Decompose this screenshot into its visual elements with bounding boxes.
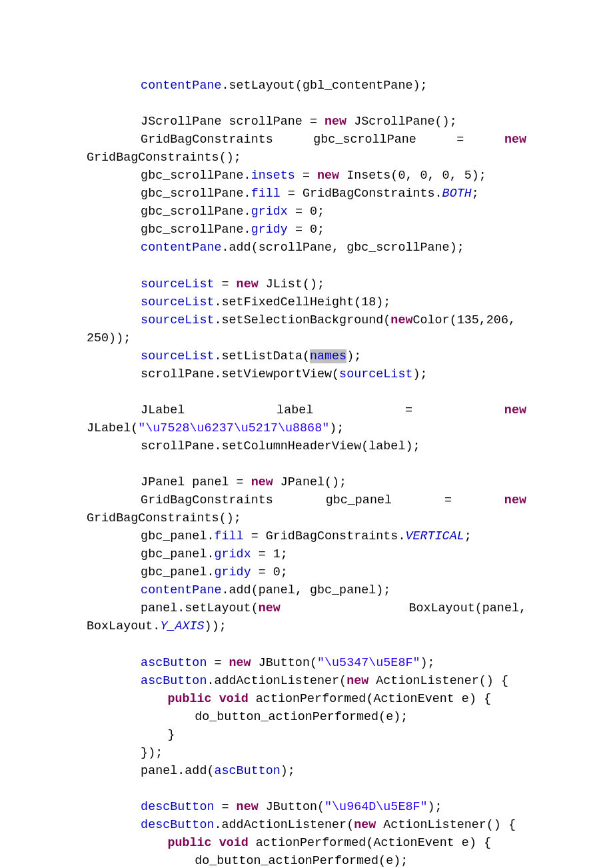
blank-line (87, 780, 526, 798)
field-ref: sourceList (141, 295, 214, 309)
code-line: gbc_panel.gridx = 1; (87, 545, 526, 563)
code-line: GridBagConstraints gbc_panel = new (87, 491, 526, 509)
blank-line (87, 383, 526, 401)
highlighted-ref: names (310, 349, 346, 363)
field-ref: fill (251, 187, 281, 201)
field-ref: gridy (214, 565, 251, 579)
code-line: JLabel label = new (87, 401, 526, 419)
code-line: ascButton.addActionListener(new ActionLi… (87, 672, 526, 690)
keyword-new: new (504, 493, 526, 507)
keyword-new: new (324, 115, 346, 129)
keyword-public-void: public void (167, 836, 248, 850)
keyword-new: new (237, 277, 259, 291)
code-line: gbc_panel.fill = GridBagConstraints.VERT… (87, 527, 526, 545)
code-line: 250)); (87, 329, 526, 347)
code-line: JPanel panel = new JPanel(); (87, 473, 526, 491)
field-ref: ascButton (141, 656, 207, 670)
code-line: BoxLayout.Y_AXIS)); (87, 617, 526, 635)
field-ref: descButton (141, 818, 214, 832)
code-line: GridBagConstraints(); (87, 509, 526, 527)
constant-ref: Y_AXIS (160, 619, 204, 633)
keyword-new: new (237, 800, 259, 814)
string-literal: "\u5347\u5E8F" (317, 656, 420, 670)
field-ref: insets (251, 169, 295, 183)
code-line: descButton = new JButton("\u964D\u5E8F")… (87, 798, 526, 816)
code-block: contentPane.setLayout(gbl_contentPane); … (0, 0, 613, 868)
field-ref: gridx (214, 547, 251, 561)
code-line: sourceList = new JList(); (87, 275, 526, 293)
code-line: GridBagConstraints(); (87, 149, 526, 167)
field-ref: sourceList (141, 349, 214, 363)
code-line: public void actionPerformed(ActionEvent … (87, 690, 526, 708)
field-ref: contentPane (141, 241, 221, 255)
keyword-public-void: public void (167, 692, 248, 706)
field-ref: sourceList (141, 277, 214, 291)
field-ref: ascButton (214, 764, 280, 778)
keyword-new: new (504, 133, 526, 147)
code-line: scrollPane.setColumnHeaderView(label); (87, 437, 526, 455)
code-line: scrollPane.setViewportView(sourceList); (87, 365, 526, 383)
keyword-new: new (229, 656, 251, 670)
keyword-new: new (317, 169, 339, 183)
string-literal: "\u7528\u6237\u5217\u8868" (138, 421, 329, 435)
keyword-new: new (251, 475, 273, 489)
code-line: sourceList.setFixedCellHeight(18); (87, 293, 526, 311)
constant-ref: BOTH (442, 187, 472, 201)
code-line: } (87, 726, 526, 744)
keyword-new: new (504, 403, 526, 417)
field-ref: ascButton (141, 674, 207, 688)
field-ref: fill (214, 529, 243, 543)
code-line: ascButton = new JButton("\u5347\u5E8F"); (87, 654, 526, 672)
blank-line (87, 635, 526, 653)
blank-line (87, 455, 526, 473)
constant-ref: VERTICAL (405, 529, 464, 543)
field-ref: sourceList (141, 313, 214, 327)
code-line: gbc_panel.gridy = 0; (87, 563, 526, 581)
keyword-new: new (259, 601, 281, 615)
code-line: gbc_scrollPane.gridy = 0; (87, 221, 526, 239)
code-line: public void actionPerformed(ActionEvent … (87, 834, 526, 852)
string-literal: "\u964D\u5E8F" (324, 800, 428, 814)
keyword-new: new (390, 313, 412, 327)
field-ref: contentPane (141, 79, 221, 93)
code-line: do_button_actionPerformed(e); (87, 708, 526, 726)
code-line: contentPane.setLayout(gbl_contentPane); (87, 77, 526, 95)
code-line: GridBagConstraints gbc_scrollPane = new (87, 131, 526, 149)
code-line: gbc_scrollPane.fill = GridBagConstraints… (87, 185, 526, 203)
code-line: contentPane.add(panel, gbc_panel); (87, 581, 526, 599)
field-ref: contentPane (141, 583, 221, 597)
blank-line (87, 95, 526, 113)
code-line: panel.setLayout(new BoxLayout(panel, (87, 599, 526, 617)
code-line: gbc_scrollPane.gridx = 0; (87, 203, 526, 221)
code-line: panel.add(ascButton); (87, 762, 526, 780)
code-line: gbc_scrollPane.insets = new Insets(0, 0,… (87, 167, 526, 185)
code-line: JLabel("\u7528\u6237\u5217\u8868"); (87, 419, 526, 437)
code-line: descButton.addActionListener(new ActionL… (87, 816, 526, 834)
field-ref: descButton (141, 800, 214, 814)
keyword-new: new (354, 818, 376, 832)
keyword-new: new (346, 674, 368, 688)
code-line: }); (87, 744, 526, 762)
field-ref: gridx (251, 205, 288, 219)
field-ref: gridy (251, 223, 288, 237)
code-line: do_button_actionPerformed(e); (87, 852, 526, 868)
code-line: JScrollPane scrollPane = new JScrollPane… (87, 113, 526, 131)
code-line: contentPane.add(scrollPane, gbc_scrollPa… (87, 239, 526, 257)
code-line: sourceList.setListData(names); (87, 347, 526, 365)
blank-line (87, 257, 526, 275)
code-line: sourceList.setSelectionBackground(newCol… (87, 311, 526, 329)
field-ref: sourceList (339, 367, 412, 381)
